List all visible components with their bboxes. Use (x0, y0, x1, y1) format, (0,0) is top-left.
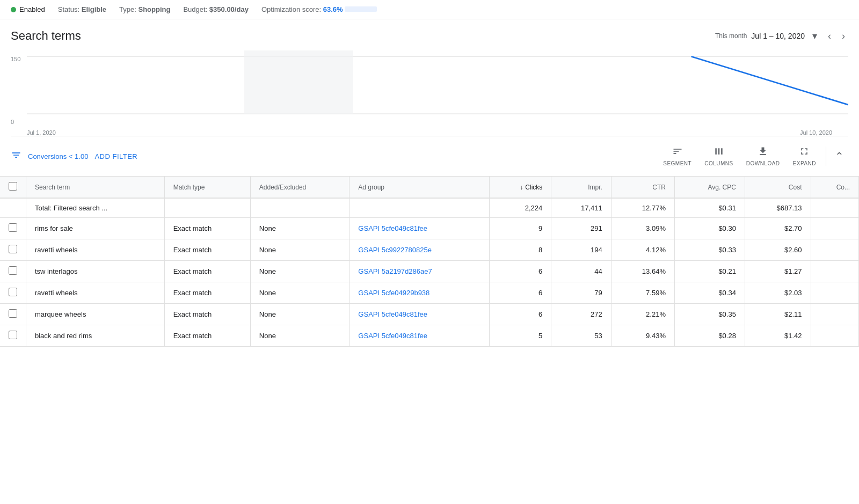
col-ad-group: Ad group (350, 177, 490, 198)
chart-y-min: 0 (11, 119, 14, 125)
row-ad-group[interactable]: GSAPI 5cfe04929b938 (350, 282, 490, 304)
row-checkbox[interactable] (9, 288, 17, 296)
row-checkbox-cell[interactable] (0, 239, 26, 261)
row-co (811, 218, 858, 239)
row-added-excluded: None (250, 239, 350, 261)
total-avg-cpc: $0.31 (674, 198, 745, 218)
status-item: Status: Eligible (58, 5, 106, 13)
expand-icon (799, 146, 810, 159)
date-dropdown-btn[interactable]: ▾ (809, 28, 820, 44)
row-checkbox[interactable] (9, 223, 17, 232)
col-avg-cpc: Avg. CPC (674, 177, 745, 198)
row-cost: $1.42 (745, 325, 811, 347)
page-title: Search terms (11, 29, 81, 43)
col-added-excluded: Added/Excluded (250, 177, 350, 198)
status-value: Eligible (82, 5, 106, 13)
row-search-term: ravetti wheels (26, 239, 165, 261)
row-ad-group[interactable]: GSAPI 5cfe049c81fee (350, 304, 490, 325)
segment-btn[interactable]: SEGMENT (658, 143, 697, 170)
row-ad-group[interactable]: GSAPI 5cfe049c81fee (350, 325, 490, 347)
row-impr: 272 (551, 304, 612, 325)
row-checkbox[interactable] (9, 309, 17, 318)
select-all-checkbox[interactable] (9, 182, 17, 191)
row-impr: 291 (551, 218, 612, 239)
row-checkbox-cell[interactable] (0, 325, 26, 347)
total-match-type (164, 198, 250, 218)
col-impr: Impr. (551, 177, 612, 198)
row-checkbox-cell[interactable] (0, 304, 26, 325)
download-btn[interactable]: DOWNLOAD (741, 143, 785, 170)
chart-x-start: Jul 1, 2020 (27, 129, 56, 136)
row-search-term: black and red rims (26, 325, 165, 347)
row-search-term: rims for sale (26, 218, 165, 239)
row-ad-group[interactable]: GSAPI 5a2197d286ae7 (350, 261, 490, 282)
row-cost: $2.60 (745, 239, 811, 261)
row-added-excluded: None (250, 325, 350, 347)
columns-label: COLUMNS (704, 160, 733, 166)
row-checkbox-cell[interactable] (0, 218, 26, 239)
row-clicks: 9 (490, 218, 551, 239)
row-search-term: ravetti wheels (26, 282, 165, 304)
table-row: ravetti wheels Exact match None GSAPI 5c… (0, 282, 859, 304)
row-avg-cpc: $0.21 (674, 261, 745, 282)
row-ctr: 9.43% (611, 325, 674, 347)
type-value: Shopping (138, 5, 170, 13)
date-next-btn[interactable]: › (839, 28, 848, 44)
row-checkbox-cell[interactable] (0, 261, 26, 282)
download-label: DOWNLOAD (746, 160, 780, 166)
table-row: ravetti wheels Exact match None GSAPI 5c… (0, 239, 859, 261)
row-ctr: 13.64% (611, 261, 674, 282)
total-ctr: 12.77% (611, 198, 674, 218)
table-header-row: Search term Match type Added/Excluded Ad… (0, 177, 859, 198)
filter-bar: Conversions < 1.00 ADD FILTER SEGMENT CO… (0, 136, 859, 177)
total-co (811, 198, 858, 218)
search-terms-table: Search term Match type Added/Excluded Ad… (0, 177, 859, 347)
row-ctr: 2.21% (611, 304, 674, 325)
row-cost: $2.11 (745, 304, 811, 325)
row-ctr: 3.09% (611, 218, 674, 239)
columns-icon (714, 146, 724, 159)
row-ad-group[interactable]: GSAPI 5c9922780825e (350, 239, 490, 261)
col-checkbox[interactable] (0, 177, 26, 198)
total-label: Total: Filtered search ... (26, 198, 165, 218)
col-clicks[interactable]: ↓Clicks (490, 177, 551, 198)
table-wrapper: Search term Match type Added/Excluded Ad… (0, 177, 859, 347)
row-clicks: 5 (490, 325, 551, 347)
date-controls: This month Jul 1 – 10, 2020 ▾ ‹ › (715, 28, 848, 44)
col-search-term: Search term (26, 177, 165, 198)
date-label: This month (715, 32, 747, 40)
row-impr: 53 (551, 325, 612, 347)
row-checkbox[interactable] (9, 266, 17, 275)
enabled-label: Enabled (19, 5, 45, 13)
columns-btn[interactable]: COLUMNS (699, 143, 739, 170)
progress-bar-bg (345, 6, 377, 12)
row-co (811, 282, 858, 304)
row-impr: 194 (551, 239, 612, 261)
expand-btn[interactable]: EXPAND (788, 143, 821, 170)
row-checkbox-cell[interactable] (0, 282, 26, 304)
row-checkbox[interactable] (9, 331, 17, 339)
table-row: tsw interlagos Exact match None GSAPI 5a… (0, 261, 859, 282)
row-checkbox[interactable] (9, 245, 17, 253)
chart-y-max: 150 (11, 56, 20, 62)
add-filter-btn[interactable]: ADD FILTER (94, 152, 137, 160)
row-impr: 44 (551, 261, 612, 282)
row-ad-group[interactable]: GSAPI 5cfe049c81fee (350, 218, 490, 239)
row-avg-cpc: $0.33 (674, 239, 745, 261)
opt-score-value: 63.6% (323, 5, 343, 13)
toolbar-right: SEGMENT COLUMNS DOWNLOAD EXPAND ⌃ (658, 143, 848, 170)
row-co (811, 261, 858, 282)
row-match-type: Exact match (164, 218, 250, 239)
enabled-status: Enabled (11, 5, 45, 13)
filter-tag[interactable]: Conversions < 1.00 (28, 152, 88, 160)
row-match-type: Exact match (164, 304, 250, 325)
row-added-excluded: None (250, 282, 350, 304)
row-match-type: Exact match (164, 261, 250, 282)
collapse-btn[interactable]: ⌃ (831, 148, 848, 165)
col-co: Co... (811, 177, 858, 198)
row-match-type: Exact match (164, 239, 250, 261)
type-item: Type: Shopping (119, 5, 170, 13)
segment-label: SEGMENT (663, 160, 691, 166)
date-prev-btn[interactable]: ‹ (825, 28, 834, 44)
total-clicks: 2,224 (490, 198, 551, 218)
